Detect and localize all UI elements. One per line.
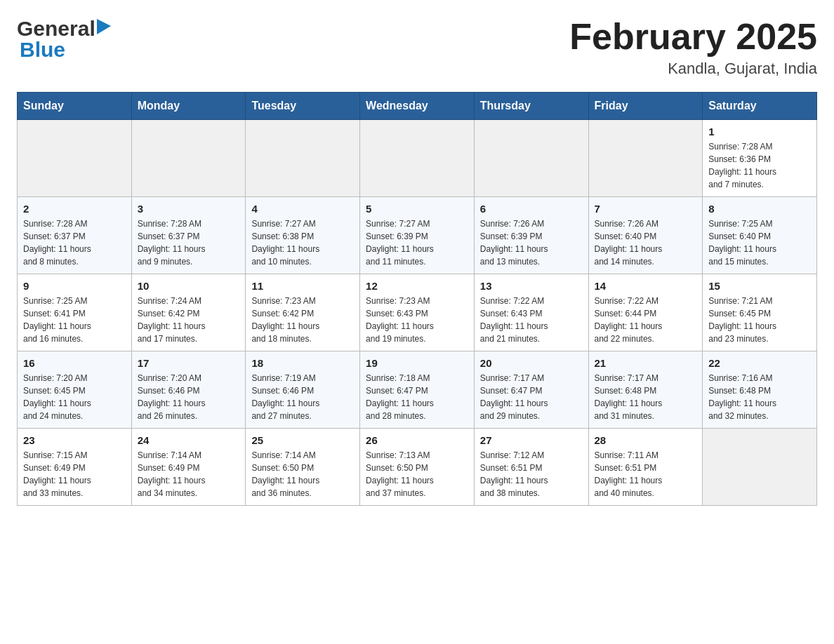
table-row: 11Sunrise: 7:23 AM Sunset: 6:42 PM Dayli… <box>246 274 360 351</box>
table-row: 10Sunrise: 7:24 AM Sunset: 6:42 PM Dayli… <box>131 274 246 351</box>
day-info: Sunrise: 7:28 AM Sunset: 6:37 PM Dayligh… <box>23 217 126 268</box>
day-number: 26 <box>366 434 468 446</box>
col-sunday: Sunday <box>18 93 132 120</box>
day-number: 17 <box>138 357 240 369</box>
table-row <box>18 120 132 197</box>
day-info: Sunrise: 7:28 AM Sunset: 6:36 PM Dayligh… <box>708 140 811 191</box>
day-info: Sunrise: 7:28 AM Sunset: 6:37 PM Dayligh… <box>138 217 240 268</box>
day-info: Sunrise: 7:11 AM Sunset: 6:51 PM Dayligh… <box>595 449 697 499</box>
table-row: 12Sunrise: 7:23 AM Sunset: 6:43 PM Dayli… <box>360 274 475 351</box>
day-number: 9 <box>23 280 126 292</box>
day-info: Sunrise: 7:22 AM Sunset: 6:44 PM Dayligh… <box>595 295 697 345</box>
col-saturday: Saturday <box>703 93 817 120</box>
table-row: 24Sunrise: 7:14 AM Sunset: 6:49 PM Dayli… <box>131 429 246 506</box>
day-number: 7 <box>595 203 697 215</box>
calendar-week-row: 23Sunrise: 7:15 AM Sunset: 6:49 PM Dayli… <box>18 429 817 506</box>
day-number: 18 <box>251 357 354 369</box>
day-info: Sunrise: 7:26 AM Sunset: 6:40 PM Dayligh… <box>595 217 697 268</box>
logo: General Blue <box>17 17 111 62</box>
day-info: Sunrise: 7:25 AM Sunset: 6:41 PM Dayligh… <box>23 295 126 345</box>
day-number: 16 <box>23 357 126 369</box>
calendar-header-row: Sunday Monday Tuesday Wednesday Thursday… <box>18 93 817 120</box>
col-friday: Friday <box>588 93 703 120</box>
day-info: Sunrise: 7:12 AM Sunset: 6:51 PM Dayligh… <box>480 449 583 499</box>
table-row: 6Sunrise: 7:26 AM Sunset: 6:39 PM Daylig… <box>474 197 588 274</box>
table-row <box>703 429 817 506</box>
month-title: February 2025 <box>569 17 817 57</box>
day-info: Sunrise: 7:14 AM Sunset: 6:49 PM Dayligh… <box>138 449 240 499</box>
day-info: Sunrise: 7:21 AM Sunset: 6:45 PM Dayligh… <box>708 295 811 345</box>
day-number: 20 <box>480 357 583 369</box>
day-number: 10 <box>138 280 240 292</box>
table-row: 3Sunrise: 7:28 AM Sunset: 6:37 PM Daylig… <box>131 197 246 274</box>
day-number: 12 <box>366 280 468 292</box>
table-row: 15Sunrise: 7:21 AM Sunset: 6:45 PM Dayli… <box>703 274 817 351</box>
day-number: 13 <box>480 280 583 292</box>
day-info: Sunrise: 7:17 AM Sunset: 6:48 PM Dayligh… <box>595 372 697 422</box>
day-info: Sunrise: 7:27 AM Sunset: 6:38 PM Dayligh… <box>251 217 354 268</box>
table-row: 17Sunrise: 7:20 AM Sunset: 6:46 PM Dayli… <box>131 351 246 429</box>
svg-marker-0 <box>97 19 111 34</box>
table-row <box>474 120 588 197</box>
day-info: Sunrise: 7:14 AM Sunset: 6:50 PM Dayligh… <box>251 449 354 499</box>
table-row: 19Sunrise: 7:18 AM Sunset: 6:47 PM Dayli… <box>360 351 475 429</box>
table-row: 7Sunrise: 7:26 AM Sunset: 6:40 PM Daylig… <box>588 197 703 274</box>
table-row <box>131 120 246 197</box>
calendar-table: Sunday Monday Tuesday Wednesday Thursday… <box>17 92 817 506</box>
col-thursday: Thursday <box>474 93 588 120</box>
calendar-week-row: 2Sunrise: 7:28 AM Sunset: 6:37 PM Daylig… <box>18 197 817 274</box>
col-wednesday: Wednesday <box>360 93 475 120</box>
col-tuesday: Tuesday <box>246 93 360 120</box>
day-info: Sunrise: 7:19 AM Sunset: 6:46 PM Dayligh… <box>251 372 354 422</box>
table-row: 2Sunrise: 7:28 AM Sunset: 6:37 PM Daylig… <box>18 197 132 274</box>
day-number: 5 <box>366 203 468 215</box>
table-row <box>588 120 703 197</box>
table-row: 26Sunrise: 7:13 AM Sunset: 6:50 PM Dayli… <box>360 429 475 506</box>
logo-blue-text: Blue <box>20 38 111 62</box>
table-row: 5Sunrise: 7:27 AM Sunset: 6:39 PM Daylig… <box>360 197 475 274</box>
table-row: 8Sunrise: 7:25 AM Sunset: 6:40 PM Daylig… <box>703 197 817 274</box>
day-number: 14 <box>595 280 697 292</box>
day-number: 28 <box>595 434 697 446</box>
day-number: 1 <box>708 126 811 137</box>
day-info: Sunrise: 7:15 AM Sunset: 6:49 PM Dayligh… <box>23 449 126 499</box>
day-number: 24 <box>138 434 240 446</box>
table-row: 14Sunrise: 7:22 AM Sunset: 6:44 PM Dayli… <box>588 274 703 351</box>
table-row: 21Sunrise: 7:17 AM Sunset: 6:48 PM Dayli… <box>588 351 703 429</box>
table-row <box>246 120 360 197</box>
day-number: 15 <box>708 280 811 292</box>
day-info: Sunrise: 7:18 AM Sunset: 6:47 PM Dayligh… <box>366 372 468 422</box>
table-row: 9Sunrise: 7:25 AM Sunset: 6:41 PM Daylig… <box>18 274 132 351</box>
page-header: General Blue February 2025 Kandla, Gujar… <box>17 17 817 78</box>
table-row: 23Sunrise: 7:15 AM Sunset: 6:49 PM Dayli… <box>18 429 132 506</box>
day-info: Sunrise: 7:13 AM Sunset: 6:50 PM Dayligh… <box>366 449 468 499</box>
table-row: 20Sunrise: 7:17 AM Sunset: 6:47 PM Dayli… <box>474 351 588 429</box>
day-info: Sunrise: 7:16 AM Sunset: 6:48 PM Dayligh… <box>708 372 811 422</box>
day-info: Sunrise: 7:17 AM Sunset: 6:47 PM Dayligh… <box>480 372 583 422</box>
day-info: Sunrise: 7:27 AM Sunset: 6:39 PM Dayligh… <box>366 217 468 268</box>
table-row: 16Sunrise: 7:20 AM Sunset: 6:45 PM Dayli… <box>18 351 132 429</box>
day-number: 21 <box>595 357 697 369</box>
logo-general-text: General <box>17 17 95 41</box>
day-info: Sunrise: 7:23 AM Sunset: 6:43 PM Dayligh… <box>366 295 468 345</box>
day-info: Sunrise: 7:25 AM Sunset: 6:40 PM Dayligh… <box>708 217 811 268</box>
table-row: 18Sunrise: 7:19 AM Sunset: 6:46 PM Dayli… <box>246 351 360 429</box>
day-number: 8 <box>708 203 811 215</box>
day-info: Sunrise: 7:24 AM Sunset: 6:42 PM Dayligh… <box>138 295 240 345</box>
day-number: 2 <box>23 203 126 215</box>
day-number: 27 <box>480 434 583 446</box>
table-row: 28Sunrise: 7:11 AM Sunset: 6:51 PM Dayli… <box>588 429 703 506</box>
table-row <box>360 120 475 197</box>
calendar-week-row: 16Sunrise: 7:20 AM Sunset: 6:45 PM Dayli… <box>18 351 817 429</box>
table-row: 22Sunrise: 7:16 AM Sunset: 6:48 PM Dayli… <box>703 351 817 429</box>
day-number: 4 <box>251 203 354 215</box>
location-title: Kandla, Gujarat, India <box>569 60 817 78</box>
day-number: 23 <box>23 434 126 446</box>
day-info: Sunrise: 7:22 AM Sunset: 6:43 PM Dayligh… <box>480 295 583 345</box>
table-row: 13Sunrise: 7:22 AM Sunset: 6:43 PM Dayli… <box>474 274 588 351</box>
title-block: February 2025 Kandla, Gujarat, India <box>569 17 817 78</box>
calendar-week-row: 9Sunrise: 7:25 AM Sunset: 6:41 PM Daylig… <box>18 274 817 351</box>
table-row: 1Sunrise: 7:28 AM Sunset: 6:36 PM Daylig… <box>703 120 817 197</box>
table-row: 25Sunrise: 7:14 AM Sunset: 6:50 PM Dayli… <box>246 429 360 506</box>
day-number: 11 <box>251 280 354 292</box>
